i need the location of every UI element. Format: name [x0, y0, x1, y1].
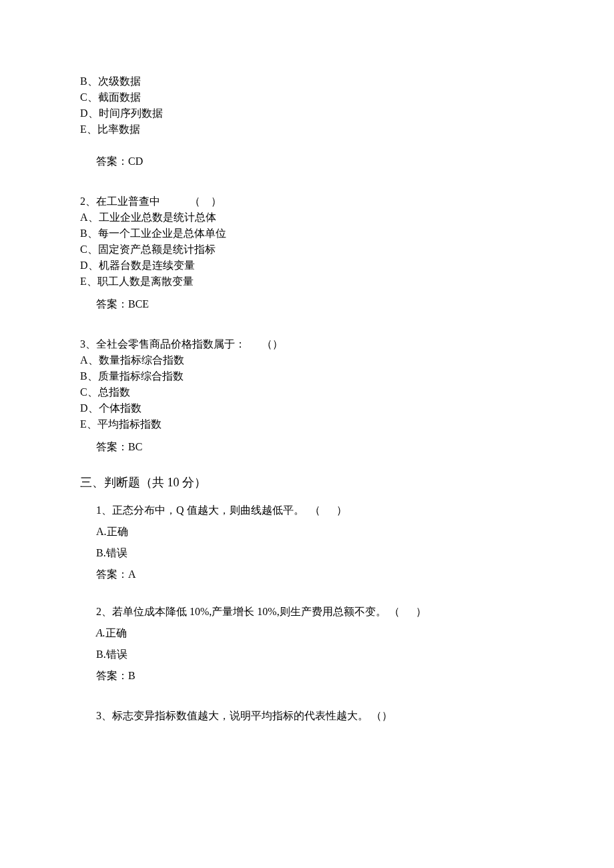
- q2-stem: 2、在工业普查中 （ ）: [80, 193, 534, 209]
- tf2-block: 2、若单位成本降低 10%,产量增长 10%,则生产费用总额不变。 （ ） A.…: [80, 604, 534, 684]
- q1-option-b: B、次级数据: [80, 73, 534, 89]
- q2-options: A、工业企业总数是统计总体 B、每一个工业企业是总体单位 C、固定资产总额是统计…: [80, 209, 534, 290]
- tf1-block: 1、正态分布中，Q 值越大，则曲线越低平。 （ ） A.正确 B.错误 答案：A: [80, 502, 534, 582]
- tf3-block: 3、标志变异指标数值越大，说明平均指标的代表性越大。 （）: [80, 708, 534, 724]
- q3-answer: 答案：BC: [80, 439, 534, 455]
- tf2-answer: 答案：B: [96, 668, 534, 684]
- q1-options: B、次级数据 C、截面数据 D、时间序列数据 E、比率数据: [80, 73, 534, 137]
- tf2-option-a-text: 正确: [105, 627, 127, 638]
- tf3-stem: 3、标志变异指标数值越大，说明平均指标的代表性越大。 （）: [96, 708, 534, 724]
- q3-option-a: A、数量指标综合指数: [80, 352, 534, 368]
- exam-page: B、次级数据 C、截面数据 D、时间序列数据 E、比率数据 答案：CD 2、在工…: [0, 0, 614, 724]
- q3-option-c: C、总指数: [80, 384, 534, 400]
- q1-option-e: E、比率数据: [80, 121, 534, 137]
- tf1-answer: 答案：A: [96, 566, 534, 582]
- section3-heading: 三、判断题（共 10 分）: [80, 474, 534, 492]
- q1-answer: 答案：CD: [80, 153, 534, 169]
- q3-options: A、数量指标综合指数 B、质量指标综合指数 C、总指数 D、个体指数 E、平均指…: [80, 352, 534, 432]
- q1-option-d: D、时间序列数据: [80, 105, 534, 121]
- q3-option-b: B、质量指标综合指数: [80, 368, 534, 384]
- q2-option-c: C、固定资产总额是统计指标: [80, 242, 534, 258]
- q3-option-e: E、平均指标指数: [80, 416, 534, 432]
- tf1-option-b: B.错误: [96, 545, 534, 561]
- q3-stem: 3、全社会零售商品价格指数属于： （）: [80, 336, 534, 352]
- tf2-option-b: B.错误: [96, 646, 534, 663]
- tf1-stem: 1、正态分布中，Q 值越大，则曲线越低平。 （ ）: [96, 502, 534, 518]
- q2-answer: 答案：BCE: [80, 296, 534, 312]
- tf2-option-a: A.正确: [96, 625, 534, 641]
- q3-option-d: D、个体指数: [80, 400, 534, 416]
- q1-option-c: C、截面数据: [80, 89, 534, 105]
- q2-option-b: B、每一个工业企业是总体单位: [80, 226, 534, 242]
- tf2-option-a-prefix: A.: [96, 627, 105, 638]
- q2-option-d: D、机器台数是连续变量: [80, 258, 534, 274]
- q2-option-a: A、工业企业总数是统计总体: [80, 209, 534, 226]
- q2-option-e: E、职工人数是离散变量: [80, 274, 534, 290]
- tf2-stem: 2、若单位成本降低 10%,产量增长 10%,则生产费用总额不变。 （ ）: [96, 604, 534, 620]
- tf1-option-a: A.正确: [96, 524, 534, 540]
